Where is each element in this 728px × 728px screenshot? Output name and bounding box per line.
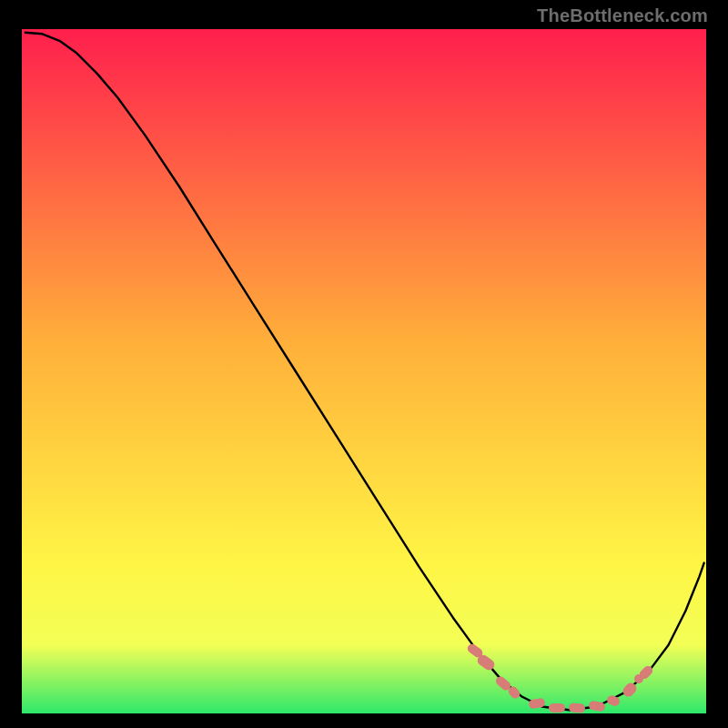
watermark-text: TheBottleneck.com — [537, 5, 708, 26]
plot-background-gradient — [22, 29, 706, 713]
curve-marker — [549, 703, 565, 713]
curve-marker — [568, 703, 585, 713]
chart-stage: TheBottleneck.com — [0, 0, 728, 728]
